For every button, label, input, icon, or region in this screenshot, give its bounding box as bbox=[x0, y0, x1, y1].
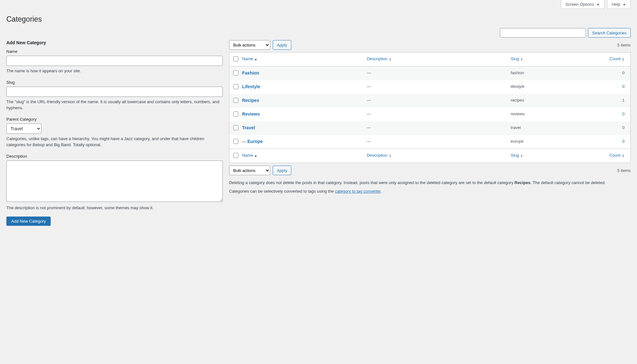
row-count-link[interactable]: 0 bbox=[622, 111, 625, 116]
table-row: Lifestyle—lifestyle0 bbox=[229, 80, 630, 94]
chevron-down-icon: ▼ bbox=[597, 3, 600, 6]
add-new-heading: Add New Category bbox=[6, 40, 223, 45]
screen-options-label: Screen Options bbox=[566, 2, 594, 7]
page-title: Categories bbox=[6, 12, 631, 25]
row-checkbox[interactable] bbox=[233, 111, 238, 117]
column-footer-name[interactable]: Name▲ bbox=[239, 149, 364, 163]
table-row: Recipes—recipes1 bbox=[229, 94, 630, 108]
column-header-name[interactable]: Name▲ bbox=[239, 53, 364, 67]
name-description: The name is how it appears on your site. bbox=[6, 68, 223, 74]
row-slug: reviews bbox=[508, 108, 602, 121]
sort-icon: ▲▼ bbox=[622, 154, 625, 158]
column-header-description[interactable]: Description▲▼ bbox=[364, 53, 508, 67]
items-count-bottom: 5 items bbox=[617, 168, 631, 173]
row-count-link[interactable]: 0 bbox=[622, 70, 625, 75]
table-row: Fashion—fashion0 bbox=[229, 67, 630, 80]
row-slug: fashion bbox=[508, 67, 602, 80]
parent-description: Categories, unlike tags, can have a hier… bbox=[6, 136, 223, 148]
categories-table: Name▲ Description▲▼ Slug▲▼ Count▲▼ Fashi… bbox=[229, 52, 631, 163]
row-slug: europe bbox=[508, 135, 602, 149]
apply-button-top[interactable]: Apply bbox=[273, 40, 292, 50]
table-row: Travel—travel0 bbox=[229, 121, 630, 135]
name-label: Name bbox=[6, 49, 223, 54]
delete-note: Deleting a category does not delete the … bbox=[229, 180, 631, 186]
sort-icon: ▲ bbox=[254, 155, 257, 157]
column-header-count[interactable]: Count▲▼ bbox=[602, 53, 630, 67]
column-header-slug[interactable]: Slug▲▼ bbox=[508, 53, 602, 67]
sort-icon: ▲▼ bbox=[622, 57, 625, 61]
row-slug: travel bbox=[508, 121, 602, 135]
row-count-link[interactable]: 1 bbox=[622, 98, 625, 103]
search-categories-button[interactable]: Search Categories bbox=[588, 28, 631, 38]
row-description: — bbox=[364, 135, 508, 149]
sort-icon: ▲▼ bbox=[520, 154, 523, 158]
search-input[interactable] bbox=[500, 28, 586, 38]
help-label: Help bbox=[612, 2, 620, 7]
default-category-name: Recipes bbox=[515, 180, 531, 185]
name-input[interactable] bbox=[6, 56, 223, 66]
row-description: — bbox=[364, 121, 508, 135]
column-footer-count[interactable]: Count▲▼ bbox=[602, 149, 630, 163]
row-checkbox[interactable] bbox=[233, 70, 238, 75]
category-name-link[interactable]: Fashion bbox=[242, 70, 259, 75]
category-name-link[interactable]: Travel bbox=[242, 125, 255, 130]
bulk-actions-select-top[interactable]: Bulk actions bbox=[229, 40, 270, 50]
parent-label: Parent Category bbox=[6, 117, 223, 122]
row-checkbox[interactable] bbox=[233, 98, 238, 103]
screen-options-button[interactable]: Screen Options ▼ bbox=[561, 0, 604, 9]
category-name-link[interactable]: Lifestyle bbox=[242, 84, 260, 89]
row-count-link[interactable]: 0 bbox=[622, 125, 625, 130]
table-row: Reviews—reviews0 bbox=[229, 108, 630, 121]
apply-button-bottom[interactable]: Apply bbox=[273, 166, 292, 175]
bulk-actions-select-bottom[interactable]: Bulk actions bbox=[229, 166, 270, 175]
sort-icon: ▲ bbox=[254, 58, 257, 60]
column-footer-slug[interactable]: Slug▲▼ bbox=[508, 149, 602, 163]
category-name-link[interactable]: Europe bbox=[247, 139, 263, 144]
row-description: — bbox=[364, 80, 508, 94]
slug-input[interactable] bbox=[6, 87, 223, 97]
category-to-tag-converter-link[interactable]: category to tag converter bbox=[335, 189, 380, 194]
chevron-down-icon: ▼ bbox=[623, 3, 626, 6]
slug-label: Slug bbox=[6, 80, 223, 85]
sort-icon: ▲▼ bbox=[520, 57, 523, 61]
description-label: Description bbox=[6, 154, 223, 159]
row-checkbox[interactable] bbox=[233, 84, 238, 89]
parent-category-select[interactable]: Travel bbox=[6, 124, 41, 134]
select-all-checkbox-top[interactable] bbox=[233, 56, 238, 61]
row-checkbox[interactable] bbox=[233, 125, 238, 130]
select-all-checkbox-bottom[interactable] bbox=[233, 153, 238, 158]
row-description: — bbox=[364, 108, 508, 121]
row-slug: lifestyle bbox=[508, 80, 602, 94]
row-description: — bbox=[364, 94, 508, 108]
row-description: — bbox=[364, 67, 508, 80]
description-textarea[interactable] bbox=[6, 161, 223, 202]
sort-icon: ▲▼ bbox=[389, 57, 392, 61]
sort-icon: ▲▼ bbox=[389, 154, 392, 158]
add-new-category-button[interactable]: Add New Category bbox=[6, 217, 51, 226]
category-name-link[interactable]: Reviews bbox=[242, 111, 260, 117]
row-indent: — bbox=[242, 139, 248, 144]
description-description: The description is not prominent by defa… bbox=[6, 205, 223, 211]
table-row: — Europe—europe0 bbox=[229, 135, 630, 149]
row-count-link[interactable]: 0 bbox=[622, 84, 625, 89]
row-checkbox[interactable] bbox=[233, 139, 238, 144]
convert-note: Categories can be selectively converted … bbox=[229, 188, 631, 195]
slug-description: The "slug" is the URL-friendly version o… bbox=[6, 99, 223, 111]
row-slug: recipes bbox=[508, 94, 602, 108]
category-name-link[interactable]: Recipes bbox=[242, 98, 259, 103]
column-footer-description[interactable]: Description▲▼ bbox=[364, 149, 508, 163]
row-count-link[interactable]: 0 bbox=[622, 139, 625, 144]
items-count-top: 5 items bbox=[617, 43, 631, 47]
help-button[interactable]: Help ▼ bbox=[607, 0, 631, 9]
